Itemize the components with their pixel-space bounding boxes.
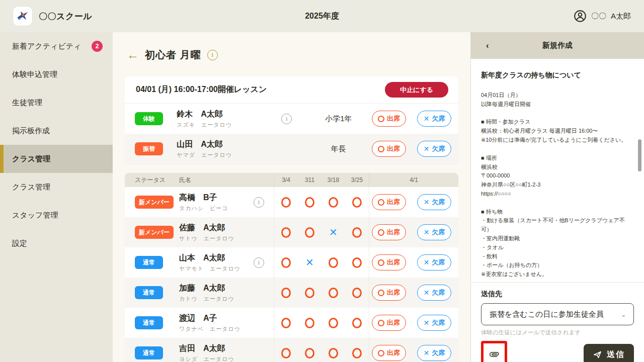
status-badge: 通常 [135,316,163,329]
attend-button[interactable]: 出席 [372,141,406,157]
user-name: A太郎 [611,12,631,21]
absent-button[interactable]: ✕欠席 [417,315,451,331]
absent-button[interactable]: ✕欠席 [417,285,451,301]
absent-button[interactable]: ✕欠席 [417,141,451,157]
attendance-mark [281,227,291,238]
sidebar-item-staff-management[interactable]: スタッフ管理 [0,201,113,229]
attendance-mark [281,348,291,358]
student-name: 高橋 B子 [179,193,254,203]
circle-icon [378,290,384,296]
col-date: 3/25 [345,176,369,184]
attendance-mark [281,318,291,328]
cross-icon: ✕ [424,349,430,356]
lesson-student-row: 振替 山田 A太郎 ヤマダ エータロウ 年長 出席 ✕欠席 [125,134,458,164]
sidebar-item-settings[interactable]: 設定 [0,229,113,257]
panel-back-chevron-icon[interactable]: ‹ [486,41,489,51]
attendance-mark [329,348,338,358]
cross-icon: ✕ [424,199,430,206]
send-button[interactable]: 送信 [584,344,634,362]
sidebar-item-class-management[interactable]: クラス管理 [0,173,113,201]
student-kana: スズキ エータロウ [177,121,281,129]
sidebar-item-trial-applications[interactable]: 体験申込管理 [0,60,113,88]
sidebar-item-label: クラス管理 [12,183,50,192]
table-row: 新メンバー 佐藤 A太郎 サトウ エータロウ ✕ 出席 ✕欠席 [125,217,458,247]
attendance-mark [352,318,362,328]
cancel-lesson-button[interactable]: 中止にする [385,82,448,98]
back-arrow-icon[interactable]: ← [127,49,139,61]
main-content: ← 初心者 月曜 i 04/01 (月) 16:00-17:00開催レッスン 中… [113,32,470,362]
attendance-mark [329,318,338,328]
attend-button[interactable]: 出席 [372,254,406,270]
user-org: 〇〇 [591,12,606,21]
compose-panel-footer: 送信先 振替を含むこの日に参加生徒全員 ⌄ 体験の生徒にはメールで送信されます [471,283,644,362]
student-name: 山本 A太郎 [179,253,254,263]
paperclip-icon [489,349,500,360]
status-badge: 振替 [135,142,163,155]
page-title-row: ← 初心者 月曜 i [127,47,458,62]
attach-file-button-highlighted[interactable] [481,341,507,362]
compose-panel: ‹ 新規作成 新年度クラスの持ち物について 04月01日（月） 以降毎週月曜日開… [470,32,644,362]
attendance-mark [352,197,362,208]
message-scrollbar-thumb[interactable] [638,139,641,171]
col-current-date: 4/1 [369,173,458,187]
message-title: 新年度クラスの持ち物について [481,71,633,80]
student-kana: サトウ エータロウ [179,235,254,242]
attend-button[interactable]: 出席 [372,111,406,127]
col-date: 311 [298,176,321,184]
student-info-icon[interactable]: i [281,114,292,124]
student-info-icon[interactable]: i [254,257,264,268]
cross-icon: ✕ [424,289,430,296]
student-grade: 小学1年 [305,114,372,124]
student-kana: ヨシダ エータロウ [179,355,254,362]
recipient-select[interactable]: 振替を含むこの日に参加生徒全員 ⌄ [481,303,634,325]
student-kana: ヤマダ エータロウ [177,151,281,159]
attendance-mark [305,288,314,298]
message-body-area[interactable]: 新年度クラスの持ち物について 04月01日（月） 以降毎週月曜日開催 ■ 時間・… [471,59,644,283]
cross-icon: ✕ [424,115,430,122]
absent-button[interactable]: ✕欠席 [417,111,451,127]
attendance-mark [329,257,338,268]
attendance-mark [305,318,314,328]
status-badge: 体験 [135,112,163,125]
sidebar-item-board-creation[interactable]: 掲示板作成 [0,117,113,145]
student-kana: ワタナベ エータロウ [179,325,254,333]
attend-button[interactable]: 出席 [372,285,406,301]
school-name: 〇〇スクール [39,11,92,22]
student-kana: タカハシ ビーコ [179,205,254,212]
table-row: 通常 加藤 A太郎 カトウ エータロウ 出席 ✕欠席 [125,278,458,308]
send-icon [593,350,602,359]
sidebar-item-label: 新着アクティビティ [12,42,81,51]
attendance-mark: ✕ [329,226,338,238]
attend-button[interactable]: 出席 [372,345,406,361]
sidebar-item-new-activity[interactable]: 新着アクティビティ 2 [0,32,113,60]
status-badge: 通常 [135,256,163,269]
sidebar-item-class-management-selected[interactable]: クラス管理 [0,145,113,173]
cross-icon: ✕ [424,319,430,326]
attend-button[interactable]: 出席 [372,224,406,240]
attendance-mark [281,257,291,268]
sidebar-item-label: 設定 [12,239,27,248]
col-date: 3/4 [274,176,298,184]
attendance-mark [305,348,314,358]
lesson-card: 04/01 (月) 16:00-17:00開催レッスン 中止にする 体験 鈴木 … [125,76,458,164]
cross-icon: ✕ [424,229,430,236]
absent-button[interactable]: ✕欠席 [417,345,451,361]
class-info-icon[interactable]: i [207,50,218,60]
absent-button[interactable]: ✕欠席 [417,194,451,210]
sidebar-item-student-management[interactable]: 生徒管理 [0,88,113,117]
sidebar: 新着アクティビティ 2 体験申込管理 生徒管理 掲示板作成 クラス管理 クラス管… [0,32,113,362]
student-name: 吉田 A太郎 [179,343,254,354]
cross-icon: ✕ [424,259,430,266]
attend-button[interactable]: 出席 [372,315,406,331]
student-info-icon[interactable]: i [254,197,264,208]
col-date: 3/18 [321,176,345,184]
panel-title: 新規作成 [471,41,644,50]
absent-button[interactable]: ✕欠席 [417,224,451,240]
page-title: 初心者 月曜 [145,48,201,62]
attend-button[interactable]: 出席 [372,194,406,210]
user-menu[interactable]: 〇〇 A太郎 [574,10,631,23]
student-kana: ヤマモト エータロウ [179,265,254,273]
table-row: 新メンバー 高橋 B子 タカハシ ビーコ i 出席 ✕欠席 [125,187,458,217]
absent-button[interactable]: ✕欠席 [417,254,451,270]
student-kana: カトウ エータロウ [179,295,254,303]
